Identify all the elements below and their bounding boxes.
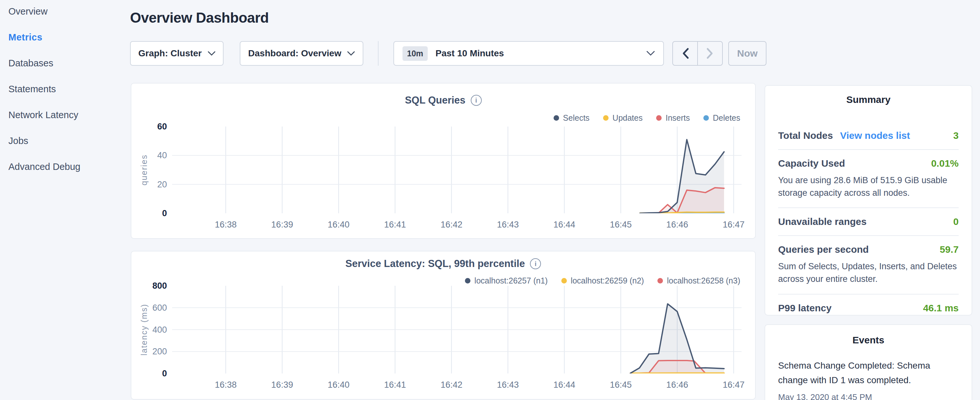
app-root: OverviewMetricsDatabasesStatementsNetwor… [0, 0, 980, 400]
summary-row: P99 latency46.1 ms [778, 294, 959, 322]
chevron-right-icon [706, 47, 714, 59]
graph-dropdown-label: Graph: Cluster [138, 48, 202, 59]
time-step-forward-button[interactable] [697, 42, 722, 65]
summary-row-value: 3 [953, 130, 959, 141]
chart-plot-area: 020406016:3816:3916:4016:4116:4216:4316:… [131, 83, 756, 239]
y-axis-tick-label: 0 [162, 209, 167, 218]
x-axis-tick-label: 16:38 [215, 380, 237, 390]
x-axis-tick-label: 16:41 [384, 380, 406, 390]
sidebar-item-network-latency[interactable]: Network Latency [8, 109, 129, 121]
summary-row-subtext: Sum of Selects, Updates, Inserts, and De… [778, 260, 959, 285]
page-title: Overview Dashboard [130, 10, 269, 26]
summary-row: Queries per second59.7Sum of Selects, Up… [778, 235, 959, 293]
x-axis-tick-label: 16:42 [441, 380, 463, 390]
x-axis-tick-label: 16:40 [328, 380, 350, 390]
summary-row-subtext: You are using 28.6 MiB of 515.9 GiB usab… [778, 174, 959, 199]
sidebar-nav: OverviewMetricsDatabasesStatementsNetwor… [0, 0, 129, 186]
summary-row-value: 46.1 ms [923, 303, 959, 314]
y-axis-tick-label: 400 [153, 325, 167, 335]
summary-row-title: Capacity Used [778, 158, 845, 169]
view-nodes-list-link[interactable]: View nodes list [840, 130, 910, 141]
x-axis-tick-label: 16:45 [610, 220, 632, 229]
time-step-back-button[interactable] [673, 42, 697, 65]
dashboard-dropdown[interactable]: Dashboard: Overview [240, 41, 363, 66]
dashboard-dropdown-label: Dashboard: Overview [248, 48, 341, 59]
x-axis-tick-label: 16:46 [666, 380, 688, 390]
summary-panel: Summary Total NodesView nodes list3Capac… [765, 85, 972, 316]
y-axis-tick-label: 200 [153, 347, 167, 356]
event-timestamp: May 13, 2020 at 4:45 PM [778, 392, 959, 400]
chart-plot-area: 020040060080016:3816:3916:4016:4116:4216… [131, 252, 756, 400]
x-axis-tick-label: 16:38 [215, 220, 237, 229]
y-axis-tick-label: 20 [157, 180, 167, 189]
summary-row: Unavailable ranges0 [778, 207, 959, 235]
sidebar-item-statements[interactable]: Statements [8, 83, 129, 96]
x-axis-tick-label: 16:44 [554, 380, 576, 390]
time-range-selector[interactable]: 10m Past 10 Minutes [393, 41, 664, 66]
sidebar-item-overview[interactable]: Overview [8, 5, 129, 18]
x-axis-tick-label: 16:47 [723, 220, 745, 229]
events-list: Schema Change Completed: Schema change w… [778, 359, 959, 400]
controls-divider [378, 41, 379, 66]
y-axis-unit-label: queries [140, 155, 148, 185]
summary-row-title: Total Nodes [778, 130, 833, 141]
y-axis-tick-label: 40 [157, 150, 167, 160]
chevron-down-icon [208, 51, 215, 56]
time-range-badge: 10m [402, 46, 428, 61]
graph-dropdown[interactable]: Graph: Cluster [130, 41, 224, 66]
x-axis-tick-label: 16:40 [328, 220, 350, 229]
summary-row-title: Queries per second [778, 244, 869, 255]
summary-row: Capacity Used0.01%You are using 28.6 MiB… [778, 149, 959, 207]
summary-row: Total NodesView nodes list3 [778, 122, 959, 149]
y-axis-tick-label: 60 [157, 122, 167, 131]
x-axis-tick-label: 16:45 [610, 380, 632, 390]
chevron-down-icon [347, 51, 355, 56]
summary-rows: Total NodesView nodes list3Capacity Used… [778, 122, 959, 322]
event-item: Schema Change Completed: Schema change w… [778, 359, 959, 400]
x-axis-tick-label: 16:46 [666, 220, 688, 229]
x-axis-tick-label: 16:44 [554, 220, 576, 229]
event-text: Schema Change Completed: Schema change w… [778, 359, 959, 388]
now-button[interactable]: Now [728, 41, 767, 66]
sidebar-item-jobs[interactable]: Jobs [8, 135, 129, 147]
x-axis-tick-label: 16:41 [384, 220, 406, 229]
y-axis-tick-label: 600 [153, 303, 167, 312]
time-range-label: Past 10 Minutes [436, 48, 646, 59]
y-axis-tick-label: 0 [162, 369, 167, 378]
summary-row-title: Unavailable ranges [778, 216, 866, 227]
chevron-down-icon [646, 51, 655, 56]
time-step-buttons [672, 41, 723, 66]
summary-row-value: 59.7 [940, 244, 959, 255]
sidebar-item-advanced-debug[interactable]: Advanced Debug [8, 161, 129, 173]
summary-heading: Summary [778, 94, 959, 105]
summary-row-value: 0.01% [931, 158, 959, 169]
x-axis-tick-label: 16:47 [723, 380, 745, 390]
chevron-left-icon [681, 47, 689, 59]
x-axis-tick-label: 16:39 [271, 380, 293, 390]
summary-row-value: 0 [953, 216, 959, 227]
y-axis-tick-label: 800 [153, 281, 167, 291]
sql-queries-chart-card: SQL Queries i SelectsUpdatesInsertsDelet… [131, 83, 756, 239]
y-axis-unit-label: latency (ms) [140, 304, 148, 355]
x-axis-tick-label: 16:43 [497, 380, 519, 390]
sidebar-item-databases[interactable]: Databases [8, 57, 129, 70]
events-heading: Events [778, 335, 959, 346]
summary-row-title: P99 latency [778, 303, 832, 314]
x-axis-tick-label: 16:43 [497, 220, 519, 229]
service-latency-chart-card: Service Latency: SQL, 99th percentile i … [131, 251, 756, 400]
events-panel: Events Schema Change Completed: Schema c… [765, 324, 972, 400]
x-axis-tick-label: 16:42 [441, 220, 463, 229]
x-axis-tick-label: 16:39 [271, 220, 293, 229]
sidebar-item-metrics[interactable]: Metrics [8, 31, 129, 44]
